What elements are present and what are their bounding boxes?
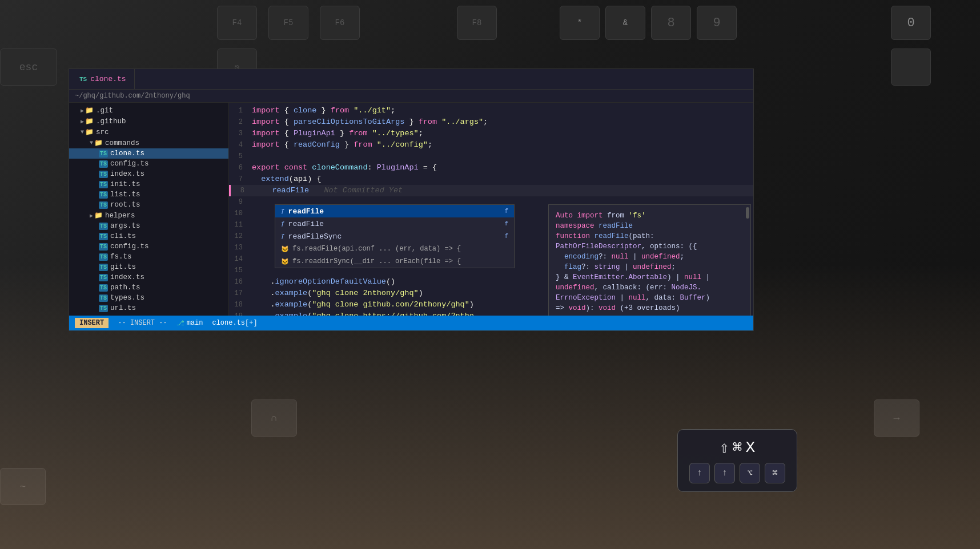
tree-item-index2-ts[interactable]: TS index.ts: [69, 272, 228, 282]
code-line-2: 2 import { parseCliOptionsToGitArgs } fr…: [229, 116, 753, 128]
status-bar: INSERT -- INSERT -- ⎇ main clone.ts[+]: [69, 316, 753, 330]
tab-bar: TS clone.ts: [69, 69, 753, 90]
code-line-4: 4 import { readConfig } from "../config"…: [229, 139, 753, 151]
tree-item-cli-ts[interactable]: TS cli.ts: [69, 231, 228, 241]
tree-item-src[interactable]: ▼ 📁 src: [69, 127, 228, 138]
tree-item-index-ts[interactable]: TS index.ts: [69, 169, 228, 179]
kbd-option[interactable]: ⌥: [740, 463, 760, 483]
autocomplete-item-5[interactable]: 🐱 fs.readdirSync(__dir ... orEach(file =…: [275, 255, 514, 268]
editor-body: ▶ 📁 .git ▶ 📁 .github ▼ 📁 src ▼ 📁 command…: [69, 103, 753, 316]
code-line-8: 8 readFile Not Committed Yet: [229, 185, 753, 196]
code-line-1: 1 import { clone } from "../git";: [229, 105, 753, 116]
insert-mode-label: INSERT: [75, 318, 109, 328]
tree-item-init-ts[interactable]: TS init.ts: [69, 179, 228, 189]
tree-item-url-ts[interactable]: TS url.ts: [69, 303, 228, 313]
keyboard-shortcut-overlay: ⇧ ⌘ X ↑ ↑ ⌥ ⌘: [677, 429, 797, 492]
tree-item-root-ts[interactable]: TS root.ts: [69, 200, 228, 210]
tree-item-github[interactable]: ▶ 📁 .github: [69, 116, 228, 127]
file-status: clone.ts[+]: [212, 319, 257, 327]
code-line-7: 7 extend(api) {: [229, 173, 753, 185]
autocomplete-item-4[interactable]: 🐱 fs.readFile(api.conf ... (err, data) =…: [275, 243, 514, 255]
kbd-up-arrow-2[interactable]: ↑: [714, 463, 735, 483]
mode-label: -- INSERT --: [118, 319, 167, 327]
breadcrumb: ~/ghq/github.com/2nthony/ghq: [69, 90, 753, 103]
tree-item-config-ts[interactable]: TS config.ts: [69, 159, 228, 169]
tab-filename: clone.ts: [90, 75, 126, 83]
shift-symbol: ⇧: [720, 438, 729, 457]
autocomplete-item-1[interactable]: ƒ readFile f: [275, 205, 514, 217]
tree-item-args-ts[interactable]: TS args.ts: [69, 221, 228, 231]
branch-icon: ⎇: [176, 319, 184, 328]
tree-item-fs-ts[interactable]: TS fs.ts: [69, 252, 228, 262]
info-panel-scrollbar[interactable]: [746, 207, 749, 219]
tree-item-list-ts[interactable]: TS list.ts: [69, 189, 228, 200]
autocomplete-item-3[interactable]: ƒ readFileSync f: [275, 230, 514, 243]
kbd-up-arrow[interactable]: ↑: [689, 463, 710, 483]
autocomplete-item-2[interactable]: ƒ readFile f: [275, 217, 514, 230]
tree-item-path-ts[interactable]: TS path.ts: [69, 282, 228, 293]
code-line-3: 3 import { PluginApi } from "../types";: [229, 128, 753, 139]
kbd-key-x: X: [745, 439, 755, 457]
tree-item-commands[interactable]: ▼ 📁 commands: [69, 138, 228, 148]
ts-badge: TS: [79, 76, 87, 83]
tree-item-config2-ts[interactable]: TS config.ts: [69, 241, 228, 252]
code-line-6: 6 export const cloneCommand: PluginApi =…: [229, 162, 753, 173]
kbd-main-shortcut: ⇧ ⌘ X: [720, 438, 756, 457]
kbd-cmd[interactable]: ⌘: [765, 463, 785, 483]
tree-item-types-ts[interactable]: TS types.ts: [69, 293, 228, 303]
info-panel: Auto import from 'fs' namespace readFile…: [548, 204, 751, 316]
active-tab[interactable]: TS clone.ts: [71, 69, 135, 89]
code-editor[interactable]: 1 import { clone } from "../git"; 2 impo…: [229, 103, 753, 316]
tree-item-clone-ts[interactable]: TS clone.ts: [69, 148, 228, 159]
tree-item-git-ts[interactable]: TS git.ts: [69, 262, 228, 272]
file-tree: ▶ 📁 .git ▶ 📁 .github ▼ 📁 src ▼ 📁 command…: [69, 103, 229, 316]
kbd-nav-keys: ↑ ↑ ⌥ ⌘: [689, 463, 785, 483]
editor-window: TS clone.ts ~/ghq/github.com/2nthony/ghq…: [69, 68, 754, 331]
git-branch: ⎇ main: [176, 319, 203, 328]
code-line-5: 5: [229, 151, 753, 162]
cmd-symbol: ⌘: [733, 438, 742, 457]
tree-item-git[interactable]: ▶ 📁 .git: [69, 105, 228, 116]
tree-item-helpers[interactable]: ▶ 📁 helpers: [69, 210, 228, 221]
autocomplete-dropdown[interactable]: ƒ readFile f ƒ readFile f ƒ readFileSync: [275, 204, 515, 268]
